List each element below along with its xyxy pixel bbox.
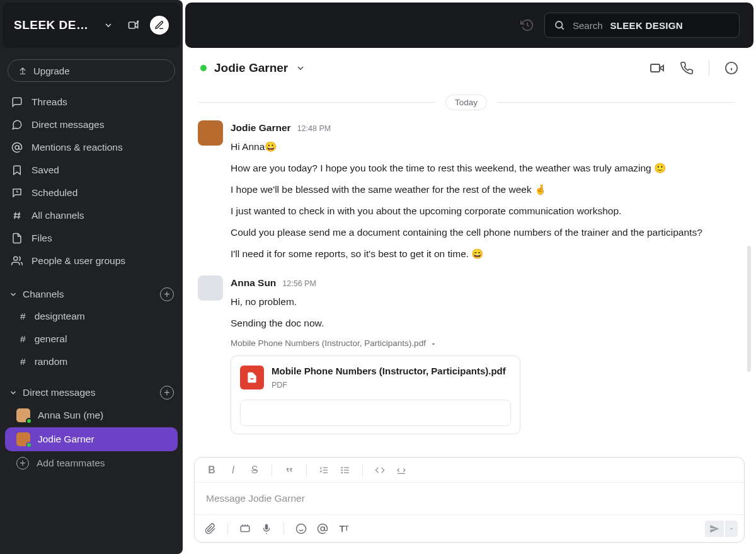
channels-section-header[interactable]: Channels +	[0, 284, 183, 305]
file-icon	[11, 233, 23, 244]
dm-icon	[11, 119, 23, 130]
nav-scheduled[interactable]: Scheduled	[0, 182, 183, 204]
message-author[interactable]: Anna Sun	[231, 275, 276, 291]
file-attachment[interactable]: Mobile Phone Numbers (Instructor, Partic…	[231, 355, 520, 434]
chevron-down-icon	[9, 388, 18, 397]
svg-point-34	[321, 527, 324, 531]
chevron-down-icon[interactable]	[295, 63, 306, 73]
message-time: 12:48 PM	[297, 123, 331, 135]
bullet-list-button[interactable]	[336, 461, 355, 480]
video-call-button[interactable]	[650, 61, 665, 76]
send-button[interactable]	[705, 521, 724, 537]
upgrade-button[interactable]: Upgrade	[8, 59, 175, 82]
message-text: Sending the doc now.	[231, 316, 735, 331]
dms-section: Direct messages + Anna Sun (me) Jodie Ga…	[0, 373, 183, 475]
threads-icon	[11, 96, 23, 108]
search-input[interactable]: Search SLEEK DESIGN	[544, 13, 740, 38]
message-author[interactable]: Jodie Garner	[231, 120, 291, 136]
italic-button[interactable]: I	[224, 461, 243, 480]
date-divider: Today	[198, 95, 735, 110]
dm-anna-sun[interactable]: Anna Sun (me)	[5, 403, 178, 427]
dms-section-header[interactable]: Direct messages +	[0, 382, 183, 403]
hash-icon: #	[20, 356, 26, 367]
history-icon[interactable]	[520, 18, 534, 32]
message-text: Hi Anna😀	[231, 139, 735, 154]
message-text: Could you please send me a document cont…	[231, 225, 735, 240]
add-teammates-button[interactable]: + Add teammates	[5, 451, 178, 475]
nav-people[interactable]: People & user groups	[0, 250, 183, 272]
compose-button[interactable]	[150, 16, 169, 35]
svg-point-4	[15, 146, 19, 149]
codeblock-button[interactable]	[392, 461, 411, 480]
scrollbar[interactable]	[747, 246, 751, 372]
workspace-switcher[interactable]: SLEEK DE…	[3, 3, 180, 48]
quote-button[interactable]	[280, 461, 299, 480]
workspace-name: SLEEK DE…	[14, 18, 92, 32]
channels-icon	[11, 210, 23, 221]
message-text: I just wanted to check in with you about…	[231, 204, 735, 219]
upgrade-label: Upgrade	[33, 66, 70, 76]
nav-threads[interactable]: Threads	[0, 91, 183, 113]
svg-point-23	[341, 467, 342, 468]
nav-all-channels[interactable]: All channels	[0, 204, 183, 227]
chevron-down-icon[interactable]	[100, 16, 117, 34]
code-button[interactable]	[370, 461, 389, 480]
add-channel-button[interactable]: +	[160, 287, 174, 301]
audio-clip-button[interactable]	[257, 519, 276, 538]
channel-random[interactable]: #random	[0, 350, 183, 373]
mention-button[interactable]	[313, 519, 332, 538]
huddle-icon[interactable]	[125, 16, 142, 34]
composer: B I S	[183, 457, 756, 554]
bookmark-icon	[11, 164, 23, 176]
svg-point-10	[556, 21, 563, 28]
phone-call-button[interactable]	[680, 61, 694, 75]
message-text: Hi, no problem.	[231, 294, 735, 309]
plus-icon: +	[16, 457, 29, 470]
bold-button[interactable]: B	[202, 461, 221, 480]
chevron-down-icon	[9, 290, 18, 299]
message-input[interactable]: Message Jodie Garner	[195, 483, 744, 514]
svg-line-8	[18, 212, 20, 219]
svg-point-9	[14, 257, 18, 260]
file-preview	[240, 400, 511, 426]
svg-rect-12	[651, 64, 660, 72]
channel-general[interactable]: #general	[0, 328, 183, 350]
nav-mentions[interactable]: Mentions & reactions	[0, 136, 183, 159]
presence-dot-icon	[26, 418, 32, 424]
message-text: How are you today? I hope you took the t…	[231, 161, 735, 176]
topbar: Search SLEEK DESIGN	[185, 3, 753, 48]
svg-rect-0	[129, 22, 135, 28]
svg-point-31	[297, 524, 306, 533]
message: Jodie Garner 12:48 PM Hi Anna😀 How are y…	[198, 117, 735, 272]
conversation-header: Jodie Garner	[183, 48, 756, 88]
message-text: I'll need it for some reports, so it's b…	[231, 246, 735, 262]
attachment-label[interactable]: Mobile Phone Numbers (Instructor, Partic…	[231, 337, 735, 350]
avatar[interactable]	[198, 275, 223, 301]
video-clip-button[interactable]	[236, 519, 255, 538]
ordered-list-button[interactable]	[314, 461, 333, 480]
text-format-toggle[interactable]: TT	[335, 519, 353, 538]
channel-designteam[interactable]: #designteam	[0, 305, 183, 328]
strike-button[interactable]: S	[245, 461, 264, 480]
svg-point-25	[341, 472, 342, 473]
primary-nav: Threads Direct messages Mentions & react…	[0, 87, 183, 275]
emoji-button[interactable]	[292, 519, 311, 538]
nav-files[interactable]: Files	[0, 227, 183, 250]
nav-saved[interactable]: Saved	[0, 159, 183, 182]
nav-direct-messages[interactable]: Direct messages	[0, 113, 183, 136]
composer-actions: TT	[195, 514, 744, 542]
scheduled-icon	[11, 187, 23, 199]
date-label[interactable]: Today	[445, 95, 487, 110]
send-options-button[interactable]	[725, 521, 738, 537]
add-dm-button[interactable]: +	[160, 386, 174, 400]
file-type: PDF	[272, 379, 506, 391]
dm-jodie-garner[interactable]: Jodie Garner	[5, 427, 178, 451]
svg-rect-27	[241, 526, 249, 531]
attach-button[interactable]	[201, 519, 220, 538]
svg-point-24	[341, 470, 342, 470]
file-name: Mobile Phone Numbers (Instructor, Partic…	[272, 364, 506, 378]
avatar[interactable]	[198, 120, 223, 146]
conversation-title[interactable]: Jodie Garner	[214, 61, 288, 75]
message-list[interactable]: Today Jodie Garner 12:48 PM Hi Anna😀 How…	[183, 88, 756, 457]
info-button[interactable]	[724, 61, 738, 75]
